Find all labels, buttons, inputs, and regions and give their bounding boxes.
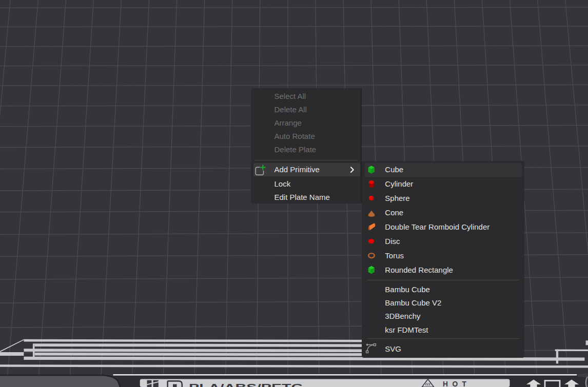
svg-text:HOT: HOT — [443, 380, 467, 387]
svg-text:PLA/ABS/PETG: PLA/ABS/PETG — [189, 382, 303, 387]
